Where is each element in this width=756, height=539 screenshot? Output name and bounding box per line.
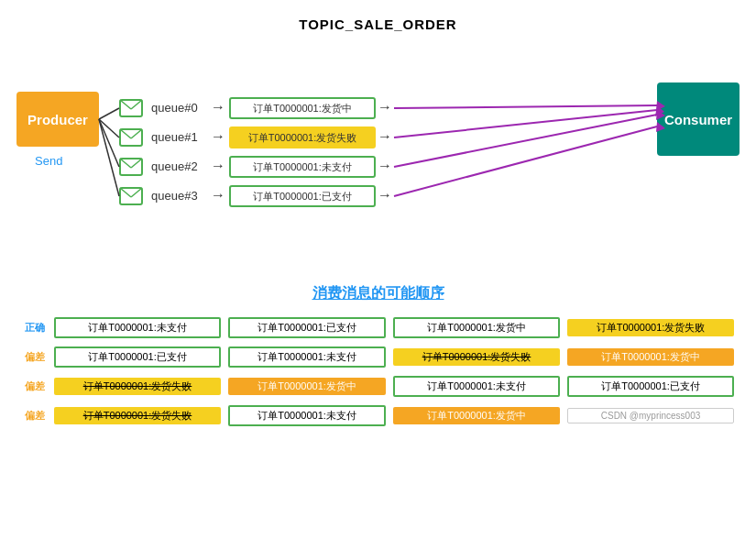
queue-label-1: queue#1 bbox=[151, 130, 198, 144]
row-label-correct: 正确 bbox=[18, 313, 50, 342]
svg-line-20 bbox=[394, 126, 657, 196]
svg-line-15 bbox=[99, 119, 119, 196]
msg-box-2: 订单T0000001:未支付 bbox=[229, 156, 376, 178]
queue-label-0: queue#0 bbox=[151, 101, 198, 115]
arrow-after-0: → bbox=[378, 100, 392, 115]
table-row: 偏差 订单T0000001:已支付 订单T0000001:未支付 订单T0000… bbox=[18, 342, 738, 371]
table-cell: 订单T0000001:未支付 bbox=[225, 401, 389, 430]
producer-send: Send bbox=[35, 154, 62, 168]
table-cell: 订单T0000001:已支付 bbox=[225, 313, 389, 342]
svg-line-22 bbox=[394, 105, 657, 108]
diagram-arrows bbox=[0, 9, 756, 284]
email-icon-2 bbox=[119, 158, 143, 176]
arrow-right-0: → bbox=[211, 100, 225, 115]
row-label-bias-2: 偏差 bbox=[18, 371, 50, 401]
email-icon-0 bbox=[119, 99, 143, 117]
table-row: 正确 订单T0000001:未支付 订单T0000001:已支付 订单T0000… bbox=[18, 313, 738, 342]
msg-box-3: 订单T0000001:已支付 bbox=[229, 185, 376, 207]
table-cell: 订单T0000001:已支付 bbox=[50, 342, 225, 371]
table-cell: CSDN @myprincess003 bbox=[564, 401, 738, 430]
svg-line-18 bbox=[394, 115, 657, 167]
topic-title: TOPIC_SALE_ORDER bbox=[0, 9, 756, 32]
table-cell: 订单T0000001:发货中 bbox=[389, 313, 564, 342]
producer-box: Producer bbox=[16, 92, 99, 147]
arrow-after-1: → bbox=[378, 129, 392, 144]
table-cell: 订单T0000001:发货失败 bbox=[389, 342, 564, 371]
consumer-box: Consumer bbox=[657, 82, 740, 156]
msg-box-0: 订单T0000001:发货中 bbox=[229, 97, 376, 119]
svg-line-13 bbox=[99, 119, 119, 138]
table-cell: 订单T0000001:未支付 bbox=[389, 371, 564, 401]
row-label-bias-3: 偏差 bbox=[18, 401, 50, 430]
arrow-after-2: → bbox=[378, 159, 392, 173]
arrow-right-3: → bbox=[211, 188, 225, 203]
msg-box-1: 订单T0000001:发货失败 bbox=[229, 126, 376, 148]
arrow-right-1: → bbox=[211, 129, 225, 144]
top-diagram: TOPIC_SALE_ORDER Producer Send queue#0 q… bbox=[0, 9, 756, 284]
svg-line-12 bbox=[99, 108, 119, 119]
producer-label: Producer bbox=[27, 112, 88, 127]
email-icon-3 bbox=[119, 187, 143, 205]
consumer-label: Consumer bbox=[664, 112, 732, 127]
table-row: 偏差 订单T0000001:发货失败 订单T0000001:未支付 订单T000… bbox=[18, 401, 738, 430]
table-cell: 订单T0000001:发货中 bbox=[389, 401, 564, 430]
table-cell: 订单T0000001:未支付 bbox=[50, 313, 225, 342]
bottom-section: 消费消息的可能顺序 正确 订单T0000001:未支付 订单T0000001:已… bbox=[0, 284, 756, 430]
table-cell: 订单T0000001:发货失败 bbox=[50, 371, 225, 401]
table-cell: 订单T0000001:未支付 bbox=[225, 342, 389, 371]
svg-line-16 bbox=[394, 110, 657, 138]
table-row: 偏差 订单T0000001:发货失败 订单T0000001:发货中 订单T000… bbox=[18, 371, 738, 401]
row-label-bias-1: 偏差 bbox=[18, 342, 50, 371]
table-cell: 订单T0000001:发货中 bbox=[564, 342, 738, 371]
table-cell: 订单T0000001:已支付 bbox=[564, 371, 738, 401]
queue-label-3: queue#3 bbox=[151, 189, 198, 203]
bottom-title: 消费消息的可能顺序 bbox=[18, 284, 738, 303]
arrow-right-2: → bbox=[211, 159, 225, 173]
email-icon-1 bbox=[119, 128, 143, 147]
table-cell: 订单T0000001:发货失败 bbox=[564, 313, 738, 342]
svg-line-14 bbox=[99, 119, 119, 167]
arrow-after-3: → bbox=[378, 188, 392, 203]
table-cell: 订单T0000001:发货中 bbox=[225, 371, 389, 401]
order-table: 正确 订单T0000001:未支付 订单T0000001:已支付 订单T0000… bbox=[18, 313, 738, 430]
queue-label-2: queue#2 bbox=[151, 160, 198, 173]
table-cell: 订单T0000001:发货失败 bbox=[50, 401, 225, 430]
